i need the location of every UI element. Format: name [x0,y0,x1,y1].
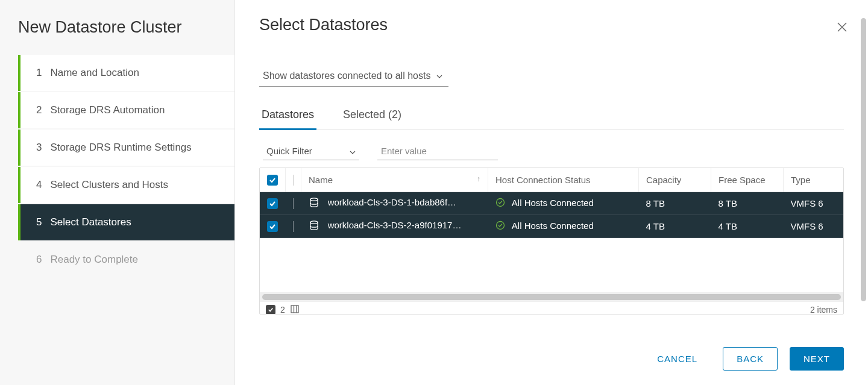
status-ok-icon [495,198,505,209]
items-count: 2 items [810,305,837,314]
column-header-free-space[interactable]: Free Space [711,168,784,192]
sort-ascending-icon: ↑ [477,175,480,183]
step-name-and-location[interactable]: 1 Name and Location [18,55,234,91]
type-value: VMFS 6 [784,192,844,215]
selection-count: 2 [280,305,285,314]
tab-selected[interactable]: Selected (2) [341,104,404,130]
free-space-value: 8 TB [711,192,784,215]
tab-label: Selected (2) [343,108,401,121]
column-divider [293,175,294,186]
type-value: VMFS 6 [784,215,844,238]
datastores-table: Name ↑ Host Connection Status Capacity F… [259,167,844,315]
datastore-icon [309,220,319,233]
step-ready-to-complete: 6 Ready to Complete [18,242,234,278]
column-header-capacity[interactable]: Capacity [639,168,711,192]
status-ok-icon [495,221,505,232]
step-number: 3 [36,142,42,154]
column-label: Host Connection Status [495,175,591,185]
tab-label: Datastores [262,108,314,121]
wizard-main: Select Datastores Show datastores connec… [235,0,868,385]
close-icon [837,22,848,33]
column-header-type[interactable]: Type [784,168,844,192]
step-label: Storage DRS Runtime Settings [50,142,191,154]
wizard-sidebar: New Datastore Cluster 1 Name and Locatio… [0,0,235,385]
selection-indicator-icon [266,305,275,314]
connection-filter-label: Show datastores connected to all hosts [263,70,430,81]
step-number: 4 [36,179,42,191]
tab-datastores[interactable]: Datastores [259,104,316,130]
back-button[interactable]: BACK [723,347,778,371]
filter-value-input[interactable] [377,143,498,160]
step-select-datastores[interactable]: 5 Select Datastores [18,204,234,240]
step-label: Select Datastores [50,216,131,228]
step-number: 2 [36,104,42,116]
column-divider [293,221,294,232]
step-select-clusters-hosts[interactable]: 4 Select Clusters and Hosts [18,167,234,203]
column-picker-icon[interactable] [290,304,300,315]
step-label: Ready to Complete [50,254,138,266]
step-label: Storage DRS Automation [50,104,165,116]
datastore-name: workload-Cls-3-DS-1-bdab86f… [328,198,456,208]
capacity-value: 8 TB [639,192,711,215]
next-button[interactable]: NEXT [790,347,844,371]
chevron-down-icon [350,146,356,156]
host-status: All Hosts Connected [512,221,594,231]
quick-filter-dropdown[interactable]: Quick Filter [263,143,359,160]
select-all-checkbox[interactable] [267,175,278,186]
tabs: Datastores Selected (2) [259,104,844,130]
column-header-name[interactable]: Name ↑ [301,168,488,192]
svg-rect-6 [291,305,298,313]
free-space-value: 4 TB [711,215,784,238]
step-number: 5 [36,216,42,228]
svg-point-2 [310,198,318,201]
step-storage-drs-automation[interactable]: 2 Storage DRS Automation [18,92,234,128]
chevron-down-icon [436,72,442,80]
column-label: Capacity [646,175,681,185]
wizard-title: New Datastore Cluster [0,18,234,55]
datastore-name: workload-Cls-3-DS-2-a9f01917… [328,221,462,231]
table-row[interactable]: workload-Cls-3-DS-2-a9f01917… All Hosts … [260,215,843,238]
vertical-scrollbar[interactable] [861,18,866,301]
datastore-icon [309,197,319,210]
step-number: 6 [36,254,42,266]
column-header-host-status[interactable]: Host Connection Status [488,168,639,192]
step-label: Select Clusters and Hosts [50,179,168,191]
column-label: Free Space [719,175,766,185]
connection-filter-dropdown[interactable]: Show datastores connected to all hosts [259,68,448,87]
capacity-value: 4 TB [639,215,711,238]
row-checkbox[interactable] [267,198,278,209]
horizontal-scrollbar[interactable] [260,292,843,302]
cancel-button[interactable]: CANCEL [644,348,711,370]
column-label: Type [791,175,811,185]
close-button[interactable] [837,20,848,36]
table-empty-area [260,238,843,292]
wizard-steps: 1 Name and Location 2 Storage DRS Automa… [0,55,234,278]
table-row[interactable]: workload-Cls-3-DS-1-bdab86f… All Hosts C… [260,192,843,215]
step-label: Name and Location [50,67,139,79]
page-title: Select Datastores [259,16,844,34]
column-divider [293,198,294,209]
scrollbar-thumb[interactable] [262,294,841,300]
wizard-footer: CANCEL BACK NEXT [644,347,844,371]
host-status: All Hosts Connected [512,198,594,208]
row-checkbox[interactable] [267,221,278,232]
quick-filter-label: Quick Filter [266,146,312,156]
column-label: Name [309,175,333,185]
step-storage-drs-runtime[interactable]: 3 Storage DRS Runtime Settings [18,130,234,166]
step-number: 1 [36,67,42,79]
svg-point-4 [310,221,318,224]
